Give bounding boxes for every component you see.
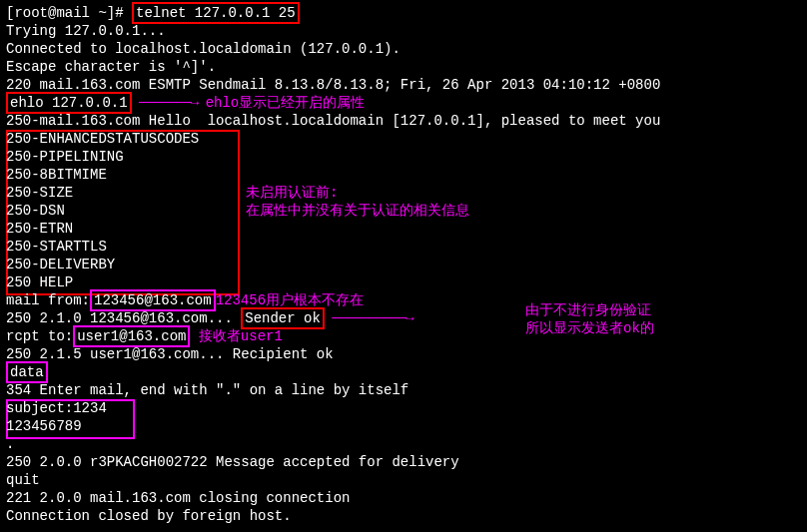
cap-7: 250-DELIVERBY	[6, 256, 801, 273]
sender-ok: Sender ok	[241, 307, 325, 329]
annotation-nouser: 123456用户根本不存在	[216, 292, 364, 308]
line-prompt: [root@mail ~]# telnet 127.0.0.1 25	[6, 4, 801, 22]
cap-1: 250-PIPELINING	[6, 148, 801, 166]
line-rcptok: 250 2.1.5 user1@163.com... Recipient ok	[6, 345, 801, 363]
annotation-ehlo: ehlo显示已经开启的属性	[206, 95, 366, 111]
cmd-telnet: telnet 127.0.0.1 25	[132, 2, 300, 24]
line-ehlo: ehlo 127.0.0.1 ───────→ ehlo显示已经开启的属性	[6, 94, 801, 112]
annotation-whyok-1: 由于不进行身份验证	[525, 301, 651, 319]
annotation-recipient: 接收者user1	[199, 328, 283, 344]
cmd-quit: quit	[6, 471, 801, 489]
shell-prompt: [root@mail ~]#	[6, 5, 132, 21]
mail-subject: subject:1234	[6, 399, 801, 417]
cap-2: 250-8BITMIME	[6, 166, 801, 184]
arrow-ehlo: ───────→	[132, 95, 206, 111]
mail-body-line2: 123456789	[6, 417, 801, 435]
line-escape: Escape character is '^]'.	[6, 58, 801, 76]
annotation-noauth-2: 在属性中并没有关于认证的相关信息	[246, 202, 469, 220]
line-trying: Trying 127.0.0.1...	[6, 22, 801, 40]
annotation-noauth-1: 未启用认证前:	[246, 184, 338, 202]
line-closed: Connection closed by foreign host.	[6, 507, 801, 525]
cap-6: 250-STARTTLS	[6, 238, 801, 256]
line-354: 354 Enter mail, end with "." on a line b…	[6, 381, 801, 399]
line-data: data	[6, 363, 801, 381]
mail-dot: .	[6, 435, 801, 453]
cmd-data: data	[6, 361, 48, 383]
line-accepted: 250 2.0.0 r3PKACGH002722 Message accepte…	[6, 453, 801, 471]
cmd-ehlo: ehlo 127.0.0.1	[6, 92, 132, 114]
cap-5: 250-ETRN	[6, 220, 801, 238]
line-mailfrom: mail from:123456@163.com123456用户根本不存在	[6, 291, 801, 309]
line-rcpt: rcpt to:user1@163.com 接收者user1	[6, 327, 801, 345]
rcpt-address: user1@163.com	[73, 325, 190, 347]
cap-3: 250-SIZE未启用认证前:	[6, 184, 801, 202]
cap-4: 250-DSN在属性中并没有关于认证的相关信息	[6, 202, 801, 220]
mailfrom-address: 123456@163.com	[90, 289, 216, 311]
line-250hello: 250-mail.163.com Hello localhost.localdo…	[6, 112, 801, 130]
arrow-senderok: ──────────→	[325, 310, 420, 326]
line-221: 221 2.0.0 mail.163.com closing connectio…	[6, 489, 801, 507]
line-connected: Connected to localhost.localdomain (127.…	[6, 40, 801, 58]
cap-0: 250-ENHANCEDSTATUSCODES	[6, 130, 801, 148]
